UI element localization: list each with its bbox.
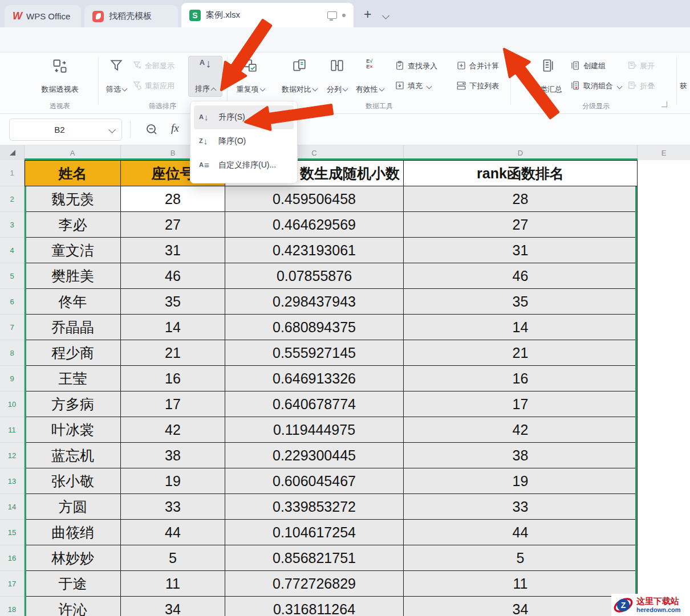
row-header[interactable]: 14 bbox=[0, 494, 25, 520]
cell-rand[interactable]: 0.772726829 bbox=[225, 571, 404, 597]
row-header[interactable]: 18 bbox=[0, 597, 25, 616]
show-all-button[interactable]: 全部显示 bbox=[132, 59, 174, 73]
validation-button[interactable]: E√E× 有效性 bbox=[352, 56, 387, 97]
data-compare-button[interactable]: 数据对比 bbox=[275, 56, 324, 97]
cell-seat[interactable]: 44 bbox=[121, 520, 225, 545]
cell-rand[interactable]: 0.555927145 bbox=[225, 340, 404, 366]
cell-name[interactable]: 蓝忘机 bbox=[25, 443, 121, 468]
menu-item-sort-descending[interactable]: Z↓ 降序(O) bbox=[194, 129, 294, 153]
cell-rank[interactable]: 33 bbox=[404, 494, 638, 520]
row-header[interactable]: 3 bbox=[0, 212, 25, 238]
cell-rank[interactable]: 28 bbox=[404, 186, 638, 212]
cell-rand[interactable]: 0.856821751 bbox=[225, 545, 404, 571]
collapse-button[interactable]: 折叠 bbox=[627, 79, 655, 93]
duplicates-button[interactable]: 重复项 bbox=[232, 56, 269, 97]
cell-name[interactable]: 王莹 bbox=[25, 366, 121, 391]
tab-docer-templates[interactable]: 找稻壳模板 bbox=[84, 5, 178, 27]
cell-name[interactable]: 曲筱绡 bbox=[25, 520, 121, 545]
row-header[interactable]: 11 bbox=[0, 417, 25, 443]
filter-button[interactable]: 筛选 bbox=[102, 56, 131, 97]
cell-name[interactable]: 叶冰裳 bbox=[25, 417, 121, 443]
row-header[interactable]: 4 bbox=[0, 238, 25, 263]
cell-rand[interactable]: 0.423193061 bbox=[225, 238, 404, 263]
cell-seat[interactable]: 16 bbox=[121, 366, 225, 391]
cell-rank[interactable]: 17 bbox=[404, 391, 638, 417]
find-entry-button[interactable]: 查找录入 bbox=[395, 59, 437, 73]
tab-list-chevron-icon[interactable] bbox=[383, 10, 388, 21]
cell-seat[interactable]: 28 bbox=[121, 186, 225, 212]
cell-d1[interactable]: rank函数排名 bbox=[404, 160, 638, 186]
row-header[interactable]: 1 bbox=[0, 160, 25, 186]
row-header[interactable]: 17 bbox=[0, 571, 25, 597]
menu-item-custom-sort[interactable]: A≡ 自定义排序(U)... bbox=[194, 153, 294, 177]
cell-rank[interactable]: 35 bbox=[404, 289, 638, 315]
cell-name[interactable]: 张小敬 bbox=[25, 468, 121, 494]
cell-name[interactable]: 童文洁 bbox=[25, 238, 121, 263]
cell-rand[interactable]: 0.459506458 bbox=[225, 186, 404, 212]
cell-name[interactable]: 乔晶晶 bbox=[25, 315, 121, 340]
cell-rand[interactable]: 0.316811264 bbox=[225, 597, 404, 616]
cell-rand[interactable]: 0.646913326 bbox=[225, 366, 404, 391]
cell-rank[interactable]: 34 bbox=[404, 597, 638, 616]
tab-wps-office[interactable]: W WPS Office bbox=[5, 5, 81, 27]
cell-rand[interactable]: 0.339853272 bbox=[225, 494, 404, 520]
dropdown-list-button[interactable]: 下拉列表 bbox=[456, 79, 499, 93]
cell-seat[interactable]: 11 bbox=[121, 571, 225, 597]
cell-rank[interactable]: 19 bbox=[404, 468, 638, 494]
cell-seat[interactable]: 35 bbox=[121, 289, 225, 315]
cell-seat[interactable]: 42 bbox=[121, 417, 225, 443]
magnifier-minus-icon[interactable] bbox=[145, 123, 159, 136]
cell-seat[interactable]: 31 bbox=[121, 238, 225, 263]
cell-rank[interactable]: 11 bbox=[404, 571, 638, 597]
cell-rand[interactable]: 0.464629569 bbox=[225, 212, 404, 238]
cell-rank[interactable]: 38 bbox=[404, 443, 638, 468]
select-all-corner[interactable] bbox=[0, 145, 25, 160]
window-icon[interactable] bbox=[327, 11, 337, 19]
cell-rand[interactable]: 0.606045467 bbox=[225, 468, 404, 494]
cell-seat[interactable]: 38 bbox=[121, 443, 225, 468]
cell-name[interactable]: 林妙妙 bbox=[25, 545, 121, 571]
cell-rand[interactable]: 0.640678774 bbox=[225, 391, 404, 417]
name-box[interactable]: B2 bbox=[9, 119, 122, 141]
cell-seat[interactable]: 33 bbox=[121, 494, 225, 520]
row-header[interactable]: 13 bbox=[0, 468, 25, 494]
row-header[interactable]: 15 bbox=[0, 520, 25, 545]
menu-item-sort-ascending[interactable]: A↓ 升序(S) bbox=[194, 105, 294, 129]
cell-rand[interactable]: 0.07855876 bbox=[225, 263, 404, 289]
cell-name[interactable]: 李必 bbox=[25, 212, 121, 238]
cell-name[interactable]: 方圆 bbox=[25, 494, 121, 520]
sort-button[interactable]: A↓ 排序 bbox=[188, 56, 222, 97]
row-header[interactable]: 10 bbox=[0, 391, 25, 417]
cell-rank[interactable]: 46 bbox=[404, 263, 638, 289]
row-header[interactable]: 9 bbox=[0, 366, 25, 391]
cell-rank[interactable]: 5 bbox=[404, 545, 638, 571]
cell-rank[interactable]: 31 bbox=[404, 238, 638, 263]
cell-rand[interactable]: 0.119444975 bbox=[225, 417, 404, 443]
fx-button[interactable]: fx bbox=[171, 122, 179, 134]
subtotal-button[interactable]: 分类汇总 bbox=[526, 56, 569, 97]
column-header-e[interactable]: E bbox=[638, 145, 690, 160]
new-tab-button[interactable]: + bbox=[364, 7, 371, 22]
create-group-button[interactable]: 创建组 bbox=[570, 59, 606, 73]
fill-button[interactable]: 填充 bbox=[395, 79, 431, 93]
cell-rank[interactable]: 42 bbox=[404, 417, 638, 443]
name-box-chevron-icon[interactable] bbox=[108, 126, 116, 133]
cell-seat[interactable]: 14 bbox=[121, 315, 225, 340]
cell-name[interactable]: 于途 bbox=[25, 571, 121, 597]
cell-rand[interactable]: 0.298437943 bbox=[225, 289, 404, 315]
row-header[interactable]: 7 bbox=[0, 315, 25, 340]
reapply-button[interactable]: 重新应用 bbox=[132, 79, 174, 93]
cell-seat[interactable]: 21 bbox=[121, 340, 225, 366]
row-header[interactable]: 8 bbox=[0, 340, 25, 366]
row-header[interactable]: 6 bbox=[0, 289, 25, 315]
tab-case-xlsx[interactable]: S 案例.xlsx bbox=[181, 3, 354, 27]
cell-seat[interactable]: 17 bbox=[121, 391, 225, 417]
row-header[interactable]: 12 bbox=[0, 443, 25, 468]
cell-rank[interactable]: 16 bbox=[404, 366, 638, 391]
cell-name[interactable]: 程少商 bbox=[25, 340, 121, 366]
pivot-table-button[interactable]: 数据透视表 bbox=[23, 56, 97, 97]
cell-rand[interactable]: 0.680894375 bbox=[225, 315, 404, 340]
cell-rank[interactable]: 21 bbox=[404, 340, 638, 366]
cell-name[interactable]: 许沁 bbox=[25, 597, 121, 616]
cell-seat[interactable]: 46 bbox=[121, 263, 225, 289]
